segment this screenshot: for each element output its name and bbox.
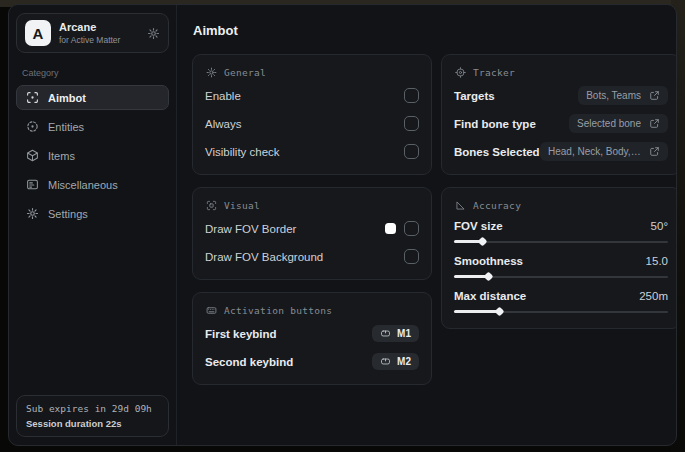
toggle-label: Draw FOV Background	[205, 251, 323, 263]
slider-row-fov-size: FOV size 50°	[454, 220, 668, 246]
main-content: Aimbot General Enable	[177, 5, 677, 445]
slider-label: FOV size	[454, 220, 503, 232]
dropdown-label: Find bone type	[454, 118, 536, 130]
toggle-row-visibility-check: Visibility check	[205, 141, 419, 162]
fov-size-slider[interactable]	[454, 237, 668, 246]
sidebar-item-label: Miscellaneous	[48, 179, 118, 191]
keybind-value: M1	[397, 328, 411, 339]
slider-thumb[interactable]	[484, 272, 494, 282]
panel-tracker: Tracker Targets Bots, Teams	[441, 54, 677, 175]
slider-value: 250m	[639, 290, 668, 302]
sidebar-item-label: Items	[48, 150, 75, 162]
sidebar: A Arcane for Active Matter Category Aimb	[9, 5, 177, 445]
second-keybind-button[interactable]: M2	[372, 353, 419, 370]
keybind-row-first: First keybind M1	[205, 323, 419, 344]
smoothness-slider[interactable]	[454, 272, 668, 281]
slider-fill	[454, 310, 499, 313]
panel-general: General Enable Always Visibility check	[192, 54, 432, 175]
cube-icon	[26, 149, 39, 162]
panel-activation-buttons: Activation buttons First keybind M1	[192, 292, 432, 385]
slider-thumb[interactable]	[477, 237, 487, 247]
always-checkbox[interactable]	[404, 116, 419, 131]
toggle-row-fov-background: Draw FOV Background	[205, 246, 419, 267]
toggle-row-fov-border: Draw FOV Border	[205, 218, 419, 239]
dropdown-row-bones-selected: Bones Selected Head, Neck, Body, Pe…	[454, 141, 668, 162]
enable-checkbox[interactable]	[404, 88, 419, 103]
category-label: Category	[22, 68, 163, 78]
keybind-value: M2	[397, 356, 411, 367]
toggle-label: Visibility check	[205, 146, 280, 158]
toggle-label: Enable	[205, 90, 241, 102]
subscription-info-card: Sub expires in 29d 09h Session duration …	[16, 395, 169, 437]
toggle-label: Draw FOV Border	[205, 223, 296, 235]
crosshair-icon	[26, 91, 39, 104]
slider-label: Max distance	[454, 290, 526, 302]
sidebar-item-settings[interactable]: Settings	[16, 201, 169, 226]
brand-text: Arcane for Active Matter	[59, 21, 120, 45]
mouse-icon	[380, 356, 391, 367]
gear-icon[interactable]	[147, 27, 160, 40]
find-bone-type-dropdown[interactable]: Selected bone	[569, 114, 668, 133]
right-column: Tracker Targets Bots, Teams	[441, 54, 677, 329]
expand-icon	[649, 118, 660, 129]
sidebar-item-entities[interactable]: Entities	[16, 114, 169, 139]
fov-border-controls	[385, 221, 419, 236]
panel-accuracy-header: Accuracy	[455, 200, 668, 211]
sidebar-item-aimbot[interactable]: Aimbot	[16, 85, 169, 110]
sidebar-item-label: Entities	[48, 121, 84, 133]
dropdown-row-targets: Targets Bots, Teams	[454, 85, 668, 106]
list-panel-icon	[26, 178, 39, 191]
dropdown-label: Targets	[454, 90, 495, 102]
visibility-check-checkbox[interactable]	[404, 144, 419, 159]
slider-label: Smoothness	[454, 255, 523, 267]
keyboard-icon	[206, 305, 217, 316]
first-keybind-button[interactable]: M1	[372, 325, 419, 342]
fov-background-checkbox[interactable]	[404, 249, 419, 264]
slider-value: 15.0	[646, 255, 668, 267]
sidebar-item-miscellaneous[interactable]: Miscellaneous	[16, 172, 169, 197]
slider-thumb[interactable]	[494, 307, 504, 317]
slider-row-max-distance: Max distance 250m	[454, 290, 668, 316]
color-swatch[interactable]	[385, 223, 396, 234]
dropdown-label: Bones Selected	[454, 146, 540, 158]
page-title: Aimbot	[193, 23, 677, 38]
targets-dropdown[interactable]: Bots, Teams	[578, 86, 668, 105]
slider-row-smoothness: Smoothness 15.0	[454, 255, 668, 281]
expand-icon	[649, 90, 660, 101]
keybind-label: Second keybind	[205, 356, 293, 368]
toggle-row-always: Always	[205, 113, 419, 134]
sidebar-item-label: Settings	[48, 208, 88, 220]
panel-tracker-header: Tracker	[455, 67, 668, 78]
cheat-menu-window: A Arcane for Active Matter Category Aimb	[8, 4, 677, 446]
panel-general-header: General	[206, 67, 419, 78]
brand-card: A Arcane for Active Matter	[16, 13, 169, 53]
brand-subtitle: for Active Matter	[59, 35, 120, 46]
keybind-label: First keybind	[205, 328, 277, 340]
sun-icon	[206, 67, 217, 78]
keybind-row-second: Second keybind M2	[205, 351, 419, 372]
panel-header-label: Visual	[224, 200, 260, 211]
sub-expires-text: Sub expires in 29d 09h	[26, 403, 159, 414]
dropdown-value: Head, Neck, Body, Pe…	[548, 146, 641, 157]
panel-visual-header: Visual	[206, 200, 419, 211]
panel-header-label: General	[224, 67, 266, 78]
panel-header-label: Tracker	[473, 67, 515, 78]
radar-icon	[26, 120, 39, 133]
fov-border-checkbox[interactable]	[404, 221, 419, 236]
frame-icon	[206, 200, 217, 211]
sidebar-item-label: Aimbot	[48, 92, 86, 104]
panel-header-label: Activation buttons	[224, 305, 332, 316]
bones-selected-dropdown[interactable]: Head, Neck, Body, Pe…	[540, 142, 668, 161]
panel-accuracy: Accuracy FOV size 50°	[441, 187, 677, 329]
brand-name: Arcane	[59, 21, 120, 35]
panel-activation-header: Activation buttons	[206, 305, 419, 316]
mouse-icon	[380, 328, 391, 339]
toggle-label: Always	[205, 118, 241, 130]
dropdown-row-find-bone-type: Find bone type Selected bone	[454, 113, 668, 134]
gear-icon	[26, 207, 39, 220]
toggle-row-enable: Enable	[205, 85, 419, 106]
session-duration-text: Session duration 22s	[26, 418, 159, 429]
brand-logo: A	[25, 20, 51, 46]
sidebar-item-items[interactable]: Items	[16, 143, 169, 168]
max-distance-slider[interactable]	[454, 307, 668, 316]
